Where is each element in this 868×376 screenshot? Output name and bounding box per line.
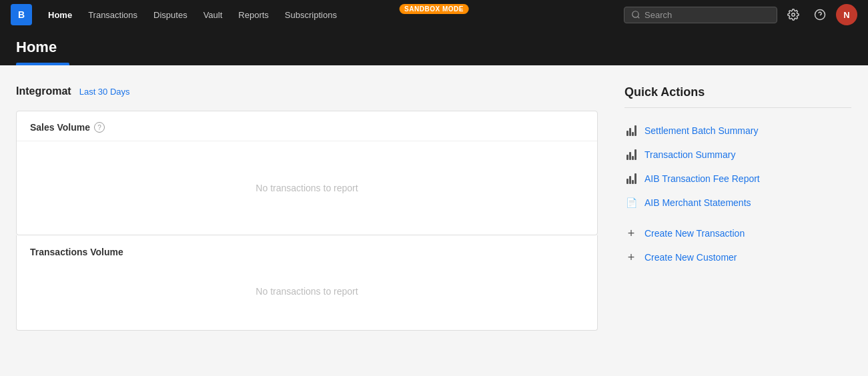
svg-point-0 bbox=[632, 11, 638, 17]
last-days-filter[interactable]: Last 30 Days bbox=[79, 87, 130, 97]
nav-logo: B bbox=[11, 4, 32, 25]
nav-subscriptions[interactable]: Subscriptions bbox=[277, 0, 345, 29]
help-icon bbox=[814, 9, 826, 21]
transactions-no-data: No transactions to report bbox=[256, 286, 358, 297]
qa-aib-fee-report[interactable]: AIB Transaction Fee Report bbox=[624, 167, 851, 191]
sales-volume-title: Sales Volume bbox=[30, 122, 90, 133]
quick-actions-divider bbox=[624, 107, 851, 108]
nav-transactions[interactable]: Transactions bbox=[80, 0, 145, 29]
qa-create-customer-label: Create New Customer bbox=[644, 252, 737, 263]
svg-point-2 bbox=[792, 13, 795, 17]
transactions-volume-title: Transactions Volume bbox=[30, 247, 123, 257]
sales-volume-help[interactable]: ? bbox=[94, 122, 105, 133]
search-icon bbox=[631, 10, 640, 19]
nav-disputes[interactable]: Disputes bbox=[145, 0, 195, 29]
qa-settlement-batch[interactable]: Settlement Batch Summary bbox=[624, 119, 851, 143]
transactions-volume-header: Transactions Volume bbox=[17, 235, 597, 266]
sandbox-badge: SANDBOX MODE bbox=[399, 4, 469, 14]
settings-button[interactable] bbox=[783, 4, 804, 25]
qa-aib-fee-report-label: AIB Transaction Fee Report bbox=[644, 173, 760, 184]
quick-actions-title: Quick Actions bbox=[624, 85, 851, 99]
company-name: Integromat bbox=[16, 85, 71, 97]
help-button[interactable] bbox=[809, 4, 831, 25]
qa-create-transaction-label: Create New Transaction bbox=[644, 228, 745, 239]
nav-right: N bbox=[624, 4, 857, 25]
qa-transaction-summary[interactable]: Transaction Summary bbox=[624, 143, 851, 167]
sales-volume-card: Sales Volume ? No transactions to report bbox=[16, 111, 598, 235]
page-title: Home bbox=[16, 39, 852, 63]
nav-links: Home Transactions Disputes Vault Reports… bbox=[40, 0, 624, 29]
page-header: Home bbox=[0, 29, 868, 65]
search-bar[interactable] bbox=[624, 7, 777, 23]
qa-transaction-summary-label: Transaction Summary bbox=[644, 149, 735, 160]
bar-chart-icon-1 bbox=[624, 124, 638, 137]
nav-reports[interactable]: Reports bbox=[230, 0, 277, 29]
qa-create-customer[interactable]: + Create New Customer bbox=[624, 245, 851, 269]
transactions-volume-card: Transactions Volume No transactions to r… bbox=[16, 235, 598, 331]
qa-settlement-batch-label: Settlement Batch Summary bbox=[644, 125, 758, 136]
bar-chart-icon-2 bbox=[624, 148, 638, 161]
qa-spacer bbox=[624, 215, 851, 221]
qa-aib-statements[interactable]: 📄 AIB Merchant Statements bbox=[624, 191, 851, 215]
document-icon: 📄 bbox=[624, 196, 638, 209]
left-panel: Integromat Last 30 Days Sales Volume ? N… bbox=[16, 85, 598, 331]
section-header: Integromat Last 30 Days bbox=[16, 85, 598, 97]
qa-create-transaction[interactable]: + Create New Transaction bbox=[624, 221, 851, 245]
nav-vault[interactable]: Vault bbox=[195, 0, 231, 29]
right-panel: Quick Actions Settlement Batch Summary bbox=[624, 85, 851, 331]
svg-line-1 bbox=[638, 17, 640, 19]
plus-icon-2: + bbox=[624, 251, 638, 264]
sales-volume-header: Sales Volume ? bbox=[17, 111, 597, 141]
sales-volume-body: No transactions to report bbox=[17, 141, 597, 235]
transactions-volume-body: No transactions to report bbox=[17, 266, 597, 330]
qa-aib-statements-label: AIB Merchant Statements bbox=[644, 197, 751, 208]
search-input[interactable] bbox=[644, 10, 770, 20]
user-avatar[interactable]: N bbox=[836, 4, 857, 25]
plus-icon-1: + bbox=[624, 227, 638, 240]
nav-home[interactable]: Home bbox=[40, 0, 80, 29]
navbar: B Home Transactions Disputes Vault Repor… bbox=[0, 0, 868, 29]
sales-no-data: No transactions to report bbox=[256, 183, 358, 193]
main-content: Integromat Last 30 Days Sales Volume ? N… bbox=[0, 65, 867, 351]
gear-icon bbox=[787, 9, 799, 21]
bar-chart-icon-3 bbox=[624, 172, 638, 185]
